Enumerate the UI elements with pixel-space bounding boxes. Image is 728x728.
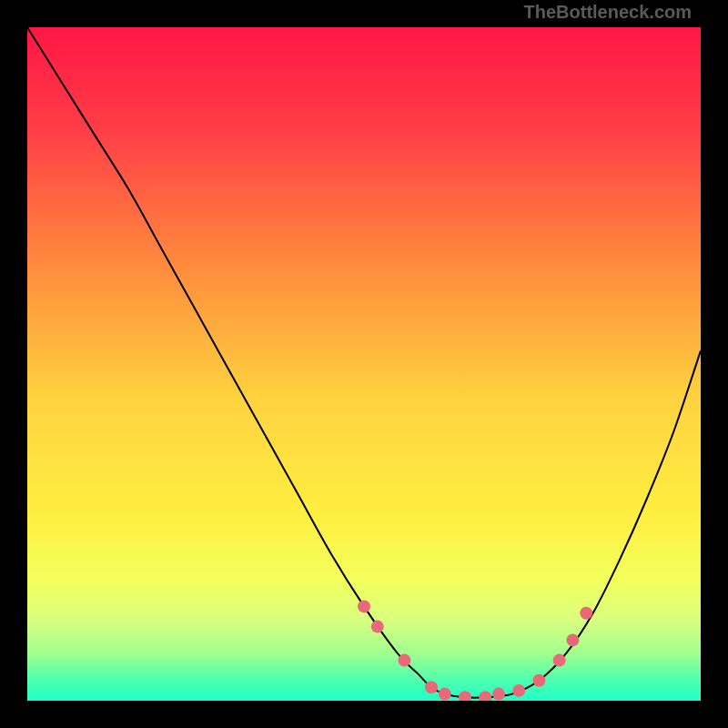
highlight-dot	[358, 600, 370, 612]
highlight-dot	[398, 654, 410, 667]
highlight-dot	[439, 688, 451, 701]
dots-layer	[27, 27, 701, 701]
highlight-dot	[425, 681, 438, 693]
chart-area	[27, 27, 701, 701]
highlight-dot	[459, 691, 471, 701]
highlight-dot	[532, 674, 545, 687]
highlight-dot	[492, 688, 505, 701]
highlight-dot	[371, 621, 384, 633]
highlight-dots-group	[358, 600, 592, 701]
highlight-dot	[566, 633, 579, 646]
watermark-text: TheBottleneck.com	[524, 2, 692, 23]
highlight-dot	[479, 691, 491, 701]
highlight-dot	[580, 607, 592, 620]
highlight-dot	[512, 684, 525, 697]
highlight-dot	[553, 654, 566, 667]
